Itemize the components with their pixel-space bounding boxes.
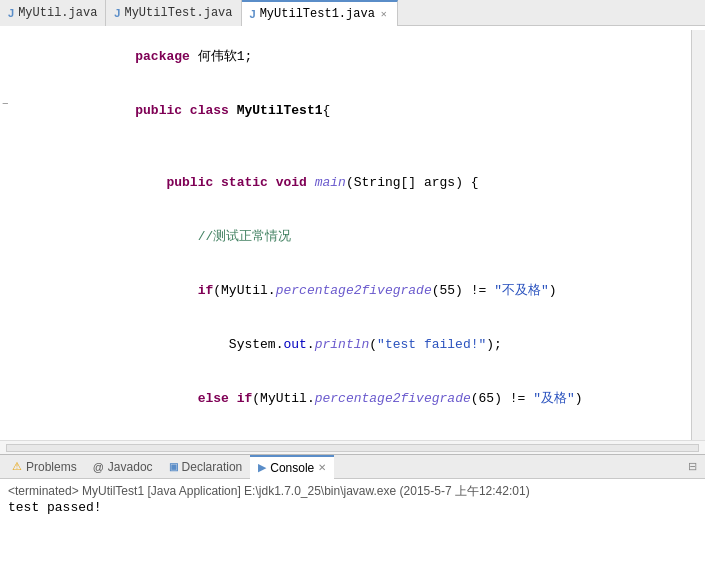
tab-declaration[interactable]: ▣ Declaration (161, 455, 251, 479)
java-file-icon2: J (114, 7, 120, 19)
editor-vertical-scrollbar[interactable] (691, 30, 705, 440)
code-line-3 (26, 138, 683, 156)
console-close-icon[interactable]: ✕ (318, 462, 326, 473)
code-line-9: System.out.println("test failed!"); (26, 426, 683, 440)
tab-declaration-label: Declaration (182, 460, 243, 474)
bottom-tab-bar: ⚠ Problems @ Javadoc ▣ Declaration ▶ Con… (0, 455, 705, 479)
editor-bottom-strip (0, 440, 705, 454)
tab-myutiltest[interactable]: J MyUtilTest.java (106, 0, 241, 26)
tab-close-icon[interactable]: ✕ (379, 8, 389, 20)
java-file-icon: J (8, 7, 14, 19)
console-output-text: test passed! (8, 500, 697, 515)
declaration-icon: ▣ (169, 461, 178, 472)
tab-console-label: Console (270, 461, 314, 475)
code-line-5: //测试正常情况 (26, 210, 683, 264)
tab-label-myutiltest1: MyUtilTest1.java (260, 7, 375, 21)
code-line-8: else if(MyUtil.percentage2fivegrade(65) … (26, 372, 683, 426)
code-line-4: public static void main(String[] args) { (26, 156, 683, 210)
tab-label-myutil: MyUtil.java (18, 6, 97, 20)
collapse-marker[interactable]: − (2, 98, 12, 108)
editor-scroll-area[interactable]: − package 何伟软1; public class MyUtilTest1… (0, 26, 705, 440)
console-terminated-line: <terminated> MyUtilTest1 [Java Applicati… (8, 483, 697, 500)
code-line-2: public class MyUtilTest1{ (26, 84, 683, 138)
javadoc-icon: @ (93, 461, 104, 473)
tab-javadoc[interactable]: @ Javadoc (85, 455, 161, 479)
tab-label-myutiltest: MyUtilTest.java (124, 6, 232, 20)
code-editor: − package 何伟软1; public class MyUtilTest1… (0, 26, 705, 455)
console-icon: ▶ (258, 461, 266, 474)
warning-icon: ⚠ (12, 460, 22, 473)
code-line-6: if(MyUtil.percentage2fivegrade(55) != "不… (26, 264, 683, 318)
tab-problems-label: Problems (26, 460, 77, 474)
code-line-7: System.out.println("test failed!"); (26, 318, 683, 372)
tab-myutiltest1[interactable]: J MyUtilTest1.java ✕ (242, 0, 398, 26)
editor-horizontal-scrollbar[interactable] (6, 444, 699, 452)
tab-javadoc-label: Javadoc (108, 460, 153, 474)
console-output-area: <terminated> MyUtilTest1 [Java Applicati… (0, 479, 705, 570)
bottom-panel: ⚠ Problems @ Javadoc ▣ Declaration ▶ Con… (0, 455, 705, 570)
minimize-icon[interactable]: ⊟ (688, 460, 701, 473)
tab-myutil[interactable]: J MyUtil.java (0, 0, 106, 26)
editor-gutter: − (0, 30, 14, 440)
java-file-icon3: J (250, 8, 256, 20)
code-line-area: − package 何伟软1; public class MyUtilTest1… (0, 30, 705, 440)
code-content: package 何伟软1; public class MyUtilTest1{ … (18, 30, 691, 440)
editor-tab-bar: J MyUtil.java J MyUtilTest.java J MyUtil… (0, 0, 705, 26)
tab-console[interactable]: ▶ Console ✕ (250, 455, 334, 479)
tab-problems[interactable]: ⚠ Problems (4, 455, 85, 479)
code-line-1: package 何伟软1; (26, 30, 683, 84)
